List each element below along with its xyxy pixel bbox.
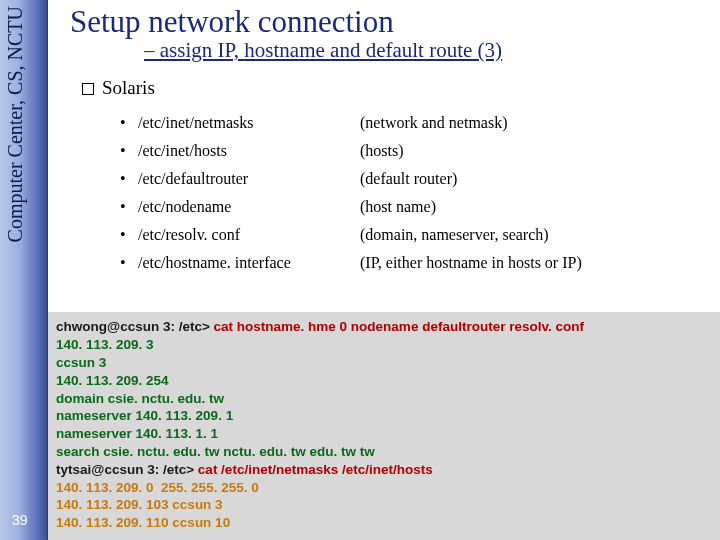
file-path: /etc/defaultrouter (138, 165, 360, 193)
section-label: Solaris (102, 77, 155, 98)
terminal-segment: 140. 113. 209. 3 (56, 337, 154, 352)
terminal-segment: nameserver 140. 113. 1. 1 (56, 426, 218, 441)
terminal-line: search csie. nctu. edu. tw nctu. edu. tw… (56, 443, 712, 461)
terminal-segment: 140. 113. 209. 0 255. 255. 255. 0 (56, 480, 259, 495)
list-item: •/etc/inet/hosts(hosts) (120, 137, 710, 165)
section-header: Solaris (82, 77, 710, 99)
file-path: /etc/inet/netmasks (138, 109, 360, 137)
terminal-line: ccsun 3 (56, 354, 712, 372)
file-path: /etc/hostname. interface (138, 249, 360, 277)
list-item: •/etc/defaultrouter(default router) (120, 165, 710, 193)
terminal-line: 140. 113. 209. 110 ccsun 10 (56, 514, 712, 532)
list-item: •/etc/inet/netmasks(network and netmask) (120, 109, 710, 137)
list-item: •/etc/hostname. interface(IP, either hos… (120, 249, 710, 277)
list-item: •/etc/resolv. conf(domain, nameserver, s… (120, 221, 710, 249)
terminal-segment: 140. 113. 209. 103 ccsun 3 (56, 497, 223, 512)
terminal-line: nameserver 140. 113. 209. 1 (56, 407, 712, 425)
page-subtitle: – assign IP, hostname and default route … (144, 38, 710, 63)
file-desc: (hosts) (360, 137, 710, 165)
terminal-line: 140. 113. 209. 103 ccsun 3 (56, 496, 712, 514)
terminal-line: domain csie. nctu. edu. tw (56, 390, 712, 408)
sidebar-label: Computer Center, CS, NCTU (4, 6, 27, 242)
list-item: •/etc/nodename(host name) (120, 193, 710, 221)
file-path: /etc/inet/hosts (138, 137, 360, 165)
bullet-dot-icon: • (120, 193, 138, 221)
terminal-segment: tytsai@ccsun 3: /etc> (56, 462, 198, 477)
terminal-segment: cat hostname. hme 0 nodename defaultrout… (214, 319, 584, 334)
terminal-output: chwong@ccsun 3: /etc> cat hostname. hme … (48, 312, 720, 540)
bullet-dot-icon: • (120, 249, 138, 277)
terminal-segment: 140. 113. 209. 254 (56, 373, 169, 388)
file-list: •/etc/inet/netmasks(network and netmask)… (120, 109, 710, 277)
terminal-segment: domain csie. nctu. edu. tw (56, 391, 224, 406)
terminal-line: tytsai@ccsun 3: /etc> cat /etc/inet/netm… (56, 461, 712, 479)
file-desc: (IP, either hostname in hosts or IP) (360, 249, 710, 277)
bullet-dot-icon: • (120, 109, 138, 137)
terminal-segment: search csie. nctu. edu. tw nctu. edu. tw… (56, 444, 375, 459)
page-title: Setup network connection (70, 4, 710, 40)
terminal-segment: cat /etc/inet/netmasks /etc/inet/hosts (198, 462, 433, 477)
sidebar: Computer Center, CS, NCTU 39 (0, 0, 48, 540)
page-number: 39 (12, 512, 28, 528)
terminal-segment: nameserver 140. 113. 209. 1 (56, 408, 233, 423)
terminal-line: 140. 113. 209. 3 (56, 336, 712, 354)
file-desc: (host name) (360, 193, 710, 221)
bullet-square-icon (82, 83, 94, 95)
bullet-dot-icon: • (120, 165, 138, 193)
bullet-dot-icon: • (120, 221, 138, 249)
terminal-line: 140. 113. 209. 254 (56, 372, 712, 390)
file-desc: (network and netmask) (360, 109, 710, 137)
terminal-segment: chwong@ccsun 3: /etc> (56, 319, 214, 334)
bullet-dot-icon: • (120, 137, 138, 165)
terminal-line: chwong@ccsun 3: /etc> cat hostname. hme … (56, 318, 712, 336)
file-path: /etc/resolv. conf (138, 221, 360, 249)
file-desc: (default router) (360, 165, 710, 193)
terminal-segment: ccsun 3 (56, 355, 106, 370)
file-desc: (domain, nameserver, search) (360, 221, 710, 249)
file-path: /etc/nodename (138, 193, 360, 221)
terminal-segment: 140. 113. 209. 110 ccsun 10 (56, 515, 230, 530)
terminal-line: nameserver 140. 113. 1. 1 (56, 425, 712, 443)
terminal-line: 140. 113. 209. 0 255. 255. 255. 0 (56, 479, 712, 497)
